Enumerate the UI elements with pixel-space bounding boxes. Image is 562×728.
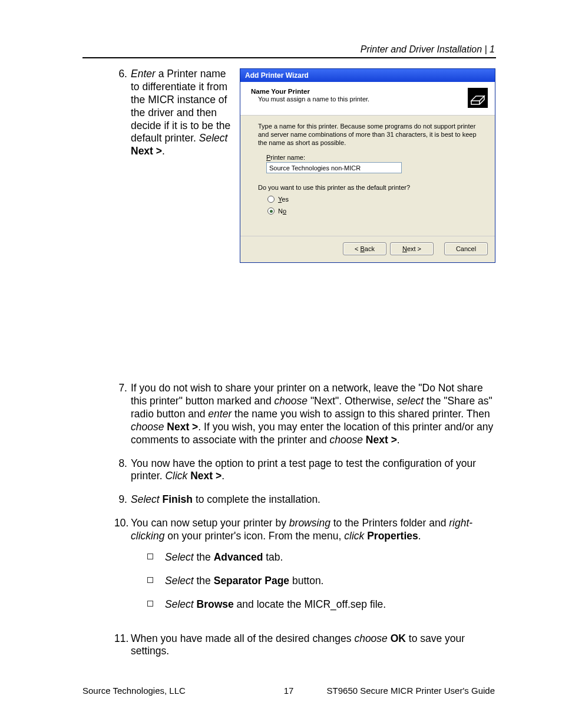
header-section: Printer and Driver Installation | 1 bbox=[361, 44, 495, 55]
radio-icon-selected bbox=[267, 207, 275, 215]
step-9-num: 9. bbox=[114, 493, 131, 506]
checkbox-icon bbox=[147, 601, 153, 607]
page-footer: Source Technologies, LLC 17 ST9650 Secur… bbox=[82, 686, 495, 696]
checkbox-icon bbox=[147, 554, 153, 559]
step-7-text: If you do not wish to share your printer… bbox=[131, 382, 497, 446]
footer-page-number: 17 bbox=[284, 686, 294, 696]
radio-icon bbox=[267, 196, 275, 203]
printer-name-label: Printer name: bbox=[266, 154, 477, 161]
radio-no[interactable]: No bbox=[267, 207, 477, 215]
step-10-text: You can now setup your printer by browsi… bbox=[131, 517, 497, 621]
step-10-num: 10. bbox=[114, 517, 131, 621]
step-9: 9. Select Finish to complete the install… bbox=[114, 493, 497, 506]
footer-left: Source Technologies, LLC bbox=[82, 686, 186, 696]
printer-icon bbox=[468, 88, 488, 108]
step-6-text: Enter a Printer name to differentiate it… bbox=[131, 68, 231, 158]
header-rule bbox=[82, 57, 496, 58]
footer-right: ST9650 Secure MICR Printer User's Guide bbox=[327, 686, 495, 696]
next-button[interactable]: Next > bbox=[390, 242, 434, 255]
step-10: 10. You can now setup your printer by br… bbox=[114, 517, 497, 621]
default-printer-question: Do you want to use this printer as the d… bbox=[258, 184, 477, 191]
printer-name-input[interactable] bbox=[266, 162, 402, 173]
step-8-num: 8. bbox=[114, 457, 131, 483]
check-item-0: Select the Advanced tab. bbox=[147, 551, 497, 564]
add-printer-wizard-dialog: Add Printer Wizard Name Your Printer You… bbox=[240, 68, 495, 263]
wizard-header-title: Name Your Printer bbox=[251, 88, 463, 95]
step-8-text: You now have the option to print a test … bbox=[131, 457, 497, 483]
svg-rect-0 bbox=[468, 88, 488, 108]
step-11: 11. When you have made all of the desire… bbox=[114, 633, 497, 658]
step-7: 7. If you do not wish to share your prin… bbox=[114, 382, 497, 446]
wizard-header-subtitle: You must assign a name to this printer. bbox=[258, 95, 463, 103]
check-item-2: Select Browse and locate the MICR_off.se… bbox=[147, 598, 497, 611]
wizard-header: Name Your Printer You must assign a name… bbox=[240, 82, 495, 116]
step-7-num: 7. bbox=[114, 382, 131, 446]
cancel-button[interactable]: Cancel bbox=[444, 242, 488, 255]
step-8: 8. You now have the option to print a te… bbox=[114, 457, 497, 483]
check-item-1: Select the Separator Page button. bbox=[147, 575, 497, 588]
step-9-text: Select Finish to complete the installati… bbox=[131, 493, 497, 506]
wizard-body: Type a name for this printer. Because so… bbox=[240, 116, 495, 236]
radio-yes[interactable]: Yes bbox=[267, 196, 477, 203]
step-6-num: 6. bbox=[114, 68, 131, 158]
step-11-text: When you have made all of the desired ch… bbox=[131, 633, 497, 658]
checkbox-icon bbox=[147, 577, 153, 583]
step-11-num: 11. bbox=[114, 633, 131, 658]
wizard-footer: < Back Next > Cancel bbox=[240, 236, 495, 262]
wizard-description: Type a name for this printer. Because so… bbox=[258, 123, 477, 147]
wizard-titlebar[interactable]: Add Printer Wizard bbox=[240, 69, 495, 82]
back-button[interactable]: < Back bbox=[343, 242, 386, 255]
